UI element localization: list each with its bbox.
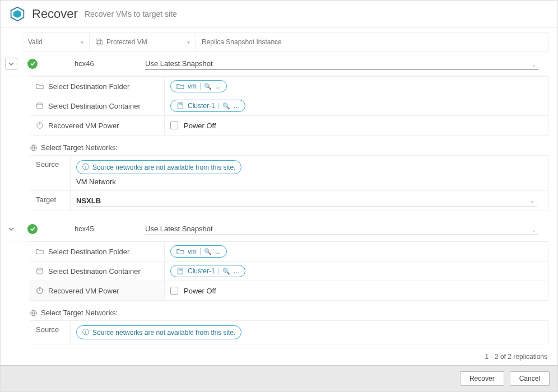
column-valid[interactable]: Valid ▾ bbox=[22, 33, 90, 51]
power-off-checkbox[interactable] bbox=[170, 287, 178, 295]
svg-marker-1 bbox=[13, 10, 21, 18]
search-icon: 🔍 bbox=[222, 102, 230, 110]
vm-properties: Select Destination Folder vm 🔍 ... bbox=[30, 241, 548, 301]
dest-container-value: Cluster-1 bbox=[188, 102, 215, 110]
vm-power-label: Recovered VM Power bbox=[30, 116, 165, 135]
dialog-subtitle: Recover VMs to target site bbox=[85, 10, 177, 18]
svg-rect-12 bbox=[179, 269, 182, 270]
dest-folder-label: Select Destination Folder bbox=[30, 242, 165, 261]
pagination-text: 1 - 2 of 2 replications bbox=[485, 353, 547, 361]
datastore-icon bbox=[36, 267, 44, 275]
dest-container-label: Select Destination Container bbox=[30, 96, 165, 115]
target-network-value: NSXLB bbox=[76, 197, 101, 205]
power-icon bbox=[36, 287, 44, 295]
snapshot-value: Use Latest Snapshot bbox=[145, 225, 213, 233]
column-protected-vm[interactable]: Protected VM ▾ bbox=[90, 33, 196, 51]
recover-button[interactable]: Recover bbox=[460, 371, 504, 386]
snapshot-value: Use Latest Snapshot bbox=[145, 59, 213, 68]
vm-stack-icon bbox=[95, 38, 103, 46]
dialog-title: Recover bbox=[32, 7, 78, 21]
target-networks-heading: Select Target Networks: bbox=[30, 143, 548, 152]
target-networks-table: Source ⓘ Source networks are not availab… bbox=[30, 155, 548, 211]
dest-folder-picker[interactable]: vm 🔍 ... bbox=[170, 245, 227, 258]
vm-row-header: hcx45 Use Latest Snapshot ⌄ bbox=[4, 217, 548, 241]
search-icon: 🔍 bbox=[222, 268, 230, 275]
vm-list[interactable]: hcx46 Use Latest Snapshot ⌄ Select Desti… bbox=[1, 52, 557, 348]
cluster-icon bbox=[176, 267, 184, 275]
dest-folder-value: vm bbox=[188, 82, 197, 90]
power-off-label: Power Off bbox=[184, 122, 216, 130]
column-replica-snapshot: Replica Snapshot Instance bbox=[196, 33, 548, 51]
dest-folder-label: Select Destination Folder bbox=[30, 77, 165, 96]
column-snapshot-label: Replica Snapshot Instance bbox=[202, 38, 282, 46]
target-network-select[interactable]: NSXLB ⌄ bbox=[76, 195, 542, 206]
column-valid-label: Valid bbox=[28, 38, 43, 46]
source-warning: ⓘ Source networks are not available from… bbox=[76, 325, 241, 339]
chevron-down-icon: ⌄ bbox=[532, 62, 536, 68]
column-headers: Valid ▾ Protected VM ▾ Replica Snapshot … bbox=[22, 32, 548, 52]
svg-rect-6 bbox=[179, 104, 182, 105]
folder-icon bbox=[176, 82, 184, 90]
svg-point-4 bbox=[37, 103, 43, 105]
filter-icon[interactable]: ▾ bbox=[187, 39, 190, 45]
dialog-footer: Recover Cancel bbox=[1, 365, 557, 391]
svg-rect-3 bbox=[97, 40, 102, 45]
dest-container-value: Cluster-1 bbox=[188, 267, 215, 275]
svg-rect-2 bbox=[96, 39, 101, 44]
dest-folder-picker[interactable]: vm 🔍 ... bbox=[170, 80, 227, 92]
target-label: Target bbox=[30, 191, 71, 211]
search-icon: 🔍 bbox=[204, 248, 212, 255]
search-icon: 🔍 bbox=[204, 83, 212, 90]
dest-container-label: Select Destination Container bbox=[30, 262, 165, 281]
target-networks-heading: Select Target Networks: bbox=[30, 309, 548, 317]
vm-name: hcx46 bbox=[41, 59, 142, 68]
vm-power-label: Recovered VM Power bbox=[30, 281, 165, 300]
snapshot-select[interactable]: Use Latest Snapshot ⌄ bbox=[145, 223, 548, 234]
power-icon bbox=[36, 122, 44, 129]
column-vm-label: Protected VM bbox=[106, 38, 147, 46]
power-off-checkbox[interactable] bbox=[170, 122, 178, 129]
folder-icon bbox=[36, 248, 44, 255]
info-icon: ⓘ bbox=[82, 328, 89, 337]
source-label: Source bbox=[30, 156, 71, 190]
source-label: Source bbox=[30, 321, 71, 344]
snapshot-select[interactable]: Use Latest Snapshot ⌄ bbox=[145, 58, 548, 69]
network-icon bbox=[30, 309, 38, 317]
dest-folder-value: vm bbox=[188, 248, 197, 255]
power-off-label: Power Off bbox=[184, 287, 216, 295]
folder-icon bbox=[36, 82, 44, 90]
network-icon bbox=[30, 144, 38, 152]
recover-dialog: Recover Recover VMs to target site Valid… bbox=[0, 0, 558, 392]
dest-container-picker[interactable]: Cluster-1 🔍 ... bbox=[170, 100, 245, 112]
vm-row-header: hcx46 Use Latest Snapshot ⌄ bbox=[4, 52, 548, 76]
datastore-icon bbox=[36, 102, 44, 110]
cancel-button[interactable]: Cancel bbox=[510, 371, 550, 386]
target-networks-table: Source ⓘ Source networks are not availab… bbox=[30, 320, 548, 344]
status-ok-icon bbox=[27, 59, 38, 69]
info-icon: ⓘ bbox=[82, 162, 89, 172]
folder-icon bbox=[176, 248, 184, 255]
expand-toggle[interactable] bbox=[5, 223, 17, 235]
vm-row: hcx45 Use Latest Snapshot ⌄ Select Desti… bbox=[4, 217, 548, 344]
vm-properties: Select Destination Folder vm 🔍 ... bbox=[30, 76, 548, 136]
status-bar: 1 - 2 of 2 replications bbox=[1, 348, 557, 365]
status-ok-icon bbox=[27, 224, 38, 234]
filter-icon[interactable]: ▾ bbox=[81, 39, 83, 45]
chevron-down-icon: ⌄ bbox=[530, 198, 534, 204]
source-warning: ⓘ Source networks are not available from… bbox=[76, 160, 241, 174]
recover-logo-icon bbox=[10, 6, 25, 22]
source-network-value: VM Network bbox=[76, 178, 542, 186]
svg-point-10 bbox=[37, 268, 43, 270]
vm-name: hcx45 bbox=[41, 225, 142, 233]
cluster-icon bbox=[176, 102, 184, 110]
dialog-header: Recover Recover VMs to target site bbox=[1, 1, 557, 28]
expand-toggle[interactable] bbox=[5, 58, 17, 70]
vm-row: hcx46 Use Latest Snapshot ⌄ Select Desti… bbox=[4, 52, 548, 211]
dest-container-picker[interactable]: Cluster-1 🔍 ... bbox=[170, 265, 245, 277]
chevron-down-icon: ⌄ bbox=[532, 227, 536, 233]
